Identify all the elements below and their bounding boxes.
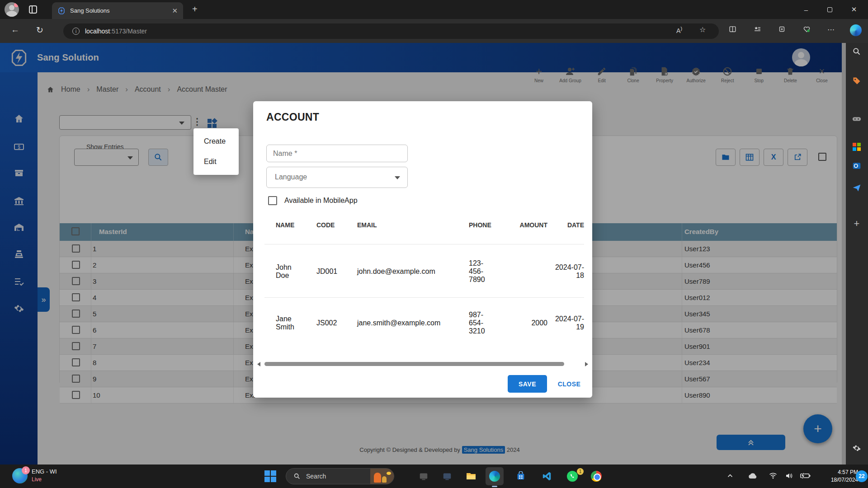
task-view-icon[interactable] <box>418 471 429 482</box>
browser-titlebar: Sang Solutions ✕ + – ✕ <box>0 0 868 19</box>
scroll-right-icon[interactable] <box>585 362 588 366</box>
search-icon[interactable] <box>851 46 862 57</box>
horizontal-scrollbar[interactable] <box>264 362 564 366</box>
context-menu: Create Edit <box>193 128 239 175</box>
edge-icon[interactable] <box>489 471 500 482</box>
taskbar-locale-label: ENG - WI <box>32 468 57 475</box>
browser-tab[interactable]: Sang Solutions ✕ <box>52 2 183 19</box>
profile-avatar[interactable] <box>5 2 19 17</box>
file-explorer-icon[interactable] <box>466 471 476 482</box>
menu-item-create[interactable]: Create <box>193 131 239 151</box>
save-button[interactable]: SAVE <box>508 375 547 393</box>
col-email: EMAIL <box>357 221 466 229</box>
chrome-icon[interactable] <box>591 471 602 482</box>
add-icon[interactable]: + <box>851 218 862 229</box>
col-amount: AMOUNT <box>506 221 547 229</box>
dialog-title: ACCOUNT <box>266 111 319 123</box>
maximize-icon[interactable] <box>819 0 840 19</box>
start-button[interactable] <box>264 470 276 482</box>
games-icon[interactable] <box>851 113 862 124</box>
mobileapp-checkbox[interactable] <box>268 196 277 205</box>
refresh-icon[interactable]: ↻ <box>36 25 43 35</box>
edge-sidebar: + <box>846 43 868 465</box>
mobileapp-checkbox-row[interactable]: Available in MobileApp <box>268 196 358 205</box>
news-badge: 1 <box>22 466 30 474</box>
scroll-left-icon[interactable] <box>257 362 260 366</box>
collections-icon[interactable] <box>778 25 786 33</box>
browser-toolbar: ← ↻ i localhost:5173/Master A) ☆ ⋯ <box>0 19 868 43</box>
favicon-hexbolt <box>57 7 66 15</box>
search-placeholder: Search <box>306 473 370 480</box>
favorites-icon[interactable]: ☆ <box>699 25 706 34</box>
favorites-bar-icon[interactable] <box>754 25 761 33</box>
vscode-icon[interactable] <box>542 471 552 482</box>
onedrive-icon[interactable] <box>747 472 758 480</box>
modal-table-row: Jane Smith JS002 jane.smith@example.com … <box>253 298 592 348</box>
col-date: DATE <box>552 221 584 229</box>
whatsapp-icon[interactable] <box>567 471 578 482</box>
menu-item-edit[interactable]: Edit <box>193 151 239 172</box>
browser-essentials-icon[interactable] <box>803 25 811 33</box>
read-aloud-icon[interactable]: A) <box>676 25 682 34</box>
split-screen-icon[interactable] <box>729 25 736 33</box>
tray-chevron-icon[interactable] <box>726 472 734 480</box>
tab-close-icon[interactable]: ✕ <box>172 7 178 15</box>
microsoft-store-icon[interactable] <box>515 471 526 482</box>
display-app-icon[interactable] <box>442 471 453 482</box>
new-tab-icon[interactable]: + <box>192 4 198 14</box>
url-text[interactable]: localhost:5173/Master <box>85 28 147 35</box>
mobileapp-checkbox-label: Available in MobileApp <box>284 197 358 205</box>
back-icon[interactable]: ← <box>11 25 19 35</box>
wifi-icon[interactable] <box>769 472 778 480</box>
chevron-down-icon <box>395 176 400 179</box>
language-select[interactable]: Language <box>266 167 408 188</box>
col-name: NAME <box>276 221 304 229</box>
drop-icon[interactable] <box>851 183 862 193</box>
outlook-icon[interactable] <box>851 160 862 171</box>
taskbar-live-label: Live <box>32 476 42 483</box>
close-button[interactable]: CLOSE <box>553 375 585 393</box>
search-highlight-image <box>370 468 394 484</box>
tab-title: Sang Solutions <box>70 7 167 14</box>
divider <box>264 244 584 244</box>
screen: Sang Solution $ » Home › Master › Accoun… <box>0 0 868 488</box>
close-window-icon[interactable]: ✕ <box>844 0 864 19</box>
taskbar-search[interactable]: Search <box>286 468 394 484</box>
volume-icon[interactable] <box>784 472 793 480</box>
divider <box>264 297 584 298</box>
language-label: Language <box>275 173 307 181</box>
taskbar-clock[interactable]: 4:57 PM 18/07/2024 <box>809 469 858 484</box>
account-dialog: ACCOUNT Language Available in MobileApp … <box>253 101 592 398</box>
notification-badge[interactable]: 22 <box>856 470 868 482</box>
whatsapp-badge: 1 <box>577 468 584 475</box>
edge-active-underline <box>492 486 497 487</box>
windows-taskbar: 1 ENG - WI Live Search 1 4:57 PM 18/07/2… <box>0 465 868 488</box>
info-icon[interactable]: i <box>72 28 80 35</box>
minimize-icon[interactable]: – <box>796 0 816 19</box>
modal-table-header: NAME CODE EMAIL PHONE AMOUNT DATE <box>253 221 592 235</box>
shopping-icon[interactable] <box>851 75 862 86</box>
col-code: CODE <box>316 221 353 229</box>
clock-date: 18/07/2024 <box>809 476 858 484</box>
copilot-icon[interactable] <box>850 24 862 36</box>
name-input[interactable] <box>266 145 408 162</box>
clock-time: 4:57 PM <box>809 469 858 476</box>
workspaces-icon[interactable] <box>29 5 37 14</box>
search-icon <box>293 473 301 480</box>
address-bar[interactable]: i localhost:5173/Master <box>63 23 719 39</box>
settings-icon[interactable] <box>851 443 862 454</box>
modal-table-row: John Doe JD001 john.doe@example.com 123-… <box>253 246 592 297</box>
microsoft365-icon[interactable] <box>851 141 862 152</box>
more-icon[interactable]: ⋯ <box>827 25 835 34</box>
col-phone: PHONE <box>469 221 495 229</box>
